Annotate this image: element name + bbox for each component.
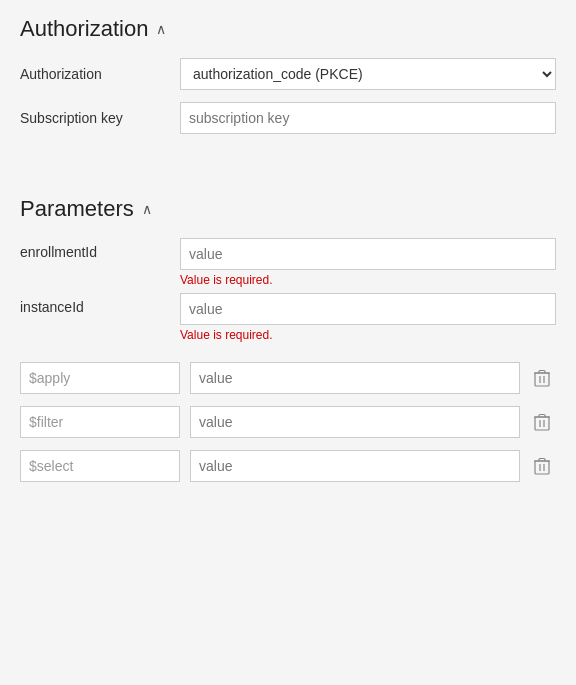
apply-delete-icon[interactable]: [528, 369, 556, 387]
instance-id-label: instanceId: [20, 293, 180, 315]
instance-id-error: Value is required.: [180, 328, 556, 342]
parameters-section: Parameters ∧ enrollmentId Value is requi…: [20, 196, 556, 482]
enrollment-id-input[interactable]: [180, 238, 556, 270]
required-params-group: enrollmentId Value is required. instance…: [20, 238, 556, 342]
section-divider: [20, 146, 556, 176]
filter-value-input[interactable]: [190, 406, 520, 438]
parameters-section-header: Parameters ∧: [20, 196, 556, 222]
apply-key-input[interactable]: [20, 362, 180, 394]
instance-id-input[interactable]: [180, 293, 556, 325]
select-key-input[interactable]: [20, 450, 180, 482]
select-delete-icon[interactable]: [528, 457, 556, 475]
enrollment-id-input-group: Value is required.: [180, 238, 556, 287]
filter-param-row: [20, 406, 556, 438]
svg-rect-0: [535, 373, 549, 386]
svg-rect-4: [535, 417, 549, 430]
apply-param-row: [20, 362, 556, 394]
authorization-title: Authorization: [20, 16, 148, 42]
instance-id-input-group: Value is required.: [180, 293, 556, 342]
select-param-row: [20, 450, 556, 482]
subscription-key-label: Subscription key: [20, 110, 180, 126]
enrollment-id-label: enrollmentId: [20, 238, 180, 260]
select-value-input[interactable]: [190, 450, 520, 482]
authorization-section-header: Authorization ∧: [20, 16, 556, 42]
parameters-title: Parameters: [20, 196, 134, 222]
optional-params-group: [20, 362, 556, 482]
subscription-key-row: Subscription key: [20, 102, 556, 134]
subscription-key-input[interactable]: [180, 102, 556, 134]
enrollment-id-error: Value is required.: [180, 273, 556, 287]
filter-delete-icon[interactable]: [528, 413, 556, 431]
parameters-chevron-icon[interactable]: ∧: [142, 201, 152, 217]
enrollment-id-row: enrollmentId Value is required.: [20, 238, 556, 287]
instance-id-row: instanceId Value is required.: [20, 293, 556, 342]
authorization-method-label: Authorization: [20, 66, 180, 82]
authorization-method-row: Authorization authorization_code (PKCE) …: [20, 58, 556, 90]
svg-rect-8: [535, 461, 549, 474]
filter-key-input[interactable]: [20, 406, 180, 438]
authorization-chevron-icon[interactable]: ∧: [156, 21, 166, 37]
main-container: Authorization ∧ Authorization authorizat…: [0, 0, 576, 510]
authorization-method-select[interactable]: authorization_code (PKCE) client_credent…: [180, 58, 556, 90]
apply-value-input[interactable]: [190, 362, 520, 394]
